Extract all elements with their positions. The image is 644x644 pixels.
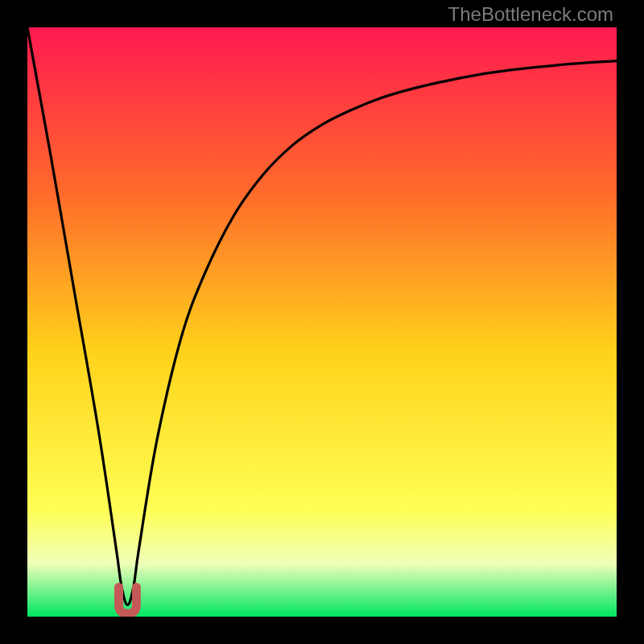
- gradient-bg: [27, 27, 617, 617]
- bottleneck-plot: [27, 27, 617, 617]
- watermark-text: TheBottleneck.com: [448, 3, 613, 26]
- chart-frame: TheBottleneck.com: [0, 0, 644, 644]
